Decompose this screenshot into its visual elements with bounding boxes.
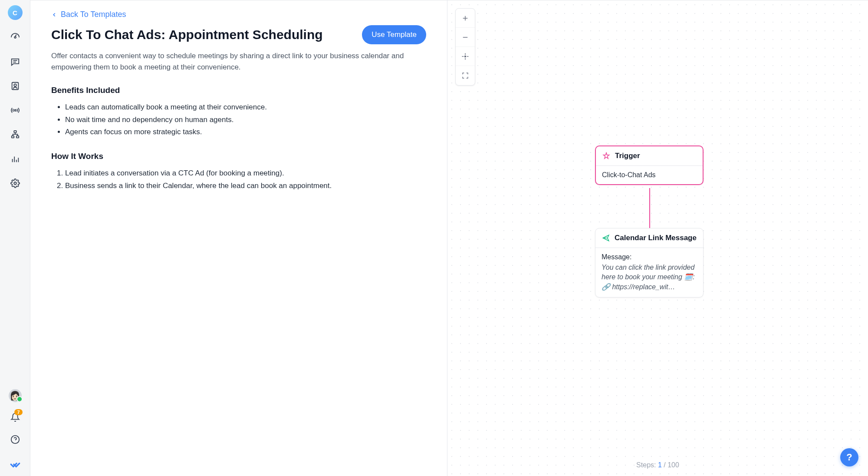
back-to-templates-link[interactable]: Back To Templates: [51, 10, 426, 19]
benefits-list: Leads can automatically book a meeting a…: [51, 101, 426, 139]
settings-icon[interactable]: [8, 176, 22, 190]
trigger-node[interactable]: Trigger Click-to-Chat Ads: [595, 145, 704, 185]
workflow-canvas[interactable]: Trigger Click-to-Chat Ads Calendar Link …: [447, 0, 868, 476]
messages-icon[interactable]: [8, 55, 22, 69]
reports-icon[interactable]: [8, 152, 22, 166]
svg-point-19: [465, 56, 466, 57]
sidebar: C 👩🏻 7: [0, 0, 30, 476]
trigger-icon: [602, 152, 611, 160]
list-item: No wait time and no dependency on human …: [65, 114, 426, 126]
dashboard-icon[interactable]: [8, 30, 22, 44]
svg-point-4: [14, 84, 16, 86]
message-preview: You can click the link provided here to …: [602, 263, 697, 292]
fullscreen-button[interactable]: [456, 66, 475, 85]
brand-logo-icon[interactable]: [8, 457, 22, 471]
how-it-works-list: Lead initiates a conversation via a CTC …: [51, 167, 426, 192]
list-item: Leads can automatically book a meeting a…: [65, 101, 426, 114]
how-it-works-heading: How It Works: [51, 152, 426, 161]
template-details-panel: Back To Templates Click To Chat Ads: App…: [30, 0, 447, 476]
chevron-left-icon: [51, 12, 57, 18]
action-node[interactable]: Calendar Link Message Message: You can c…: [595, 228, 704, 298]
svg-rect-6: [14, 131, 16, 133]
trigger-title: Trigger: [615, 152, 640, 160]
help-icon[interactable]: [8, 433, 22, 446]
page-title: Click To Chat Ads: Appointment Schedulin…: [51, 27, 323, 42]
back-link-label: Back To Templates: [61, 10, 126, 19]
benefits-heading: Benefits Included: [51, 86, 426, 95]
broadcast-icon[interactable]: [8, 103, 22, 117]
list-item: Lead initiates a conversation via a CTC …: [65, 167, 426, 180]
template-description: Offer contacts a convenient way to sched…: [51, 50, 407, 73]
notifications-button[interactable]: 7: [10, 413, 20, 422]
main-content: Back To Templates Click To Chat Ads: App…: [30, 0, 868, 476]
svg-rect-8: [16, 136, 19, 138]
workflow-icon[interactable]: [8, 128, 22, 142]
message-label: Message:: [602, 253, 697, 261]
contacts-icon[interactable]: [8, 79, 22, 93]
send-icon: [602, 234, 610, 242]
action-title: Calendar Link Message: [615, 234, 697, 242]
zoom-out-button[interactable]: [456, 28, 475, 47]
zoom-in-button[interactable]: [456, 9, 475, 28]
user-avatar[interactable]: 👩🏻: [9, 389, 22, 402]
node-connector: [649, 188, 650, 228]
trigger-body: Click-to-Chat Ads: [596, 166, 703, 184]
center-button[interactable]: [456, 47, 475, 66]
notification-badge: 7: [14, 409, 22, 415]
list-item: Business sends a link to their Calendar,…: [65, 180, 426, 192]
workspace-avatar[interactable]: C: [8, 5, 23, 20]
svg-point-5: [14, 109, 16, 111]
use-template-button[interactable]: Use Template: [362, 25, 426, 44]
help-fab-button[interactable]: ?: [840, 448, 858, 466]
steps-counter: Steps: 1 / 100: [636, 461, 679, 469]
svg-rect-7: [11, 136, 14, 138]
list-item: Agents can focus on more strategic tasks…: [65, 126, 426, 139]
svg-point-13: [14, 182, 16, 185]
zoom-controls: [455, 8, 475, 86]
svg-point-0: [14, 36, 16, 38]
